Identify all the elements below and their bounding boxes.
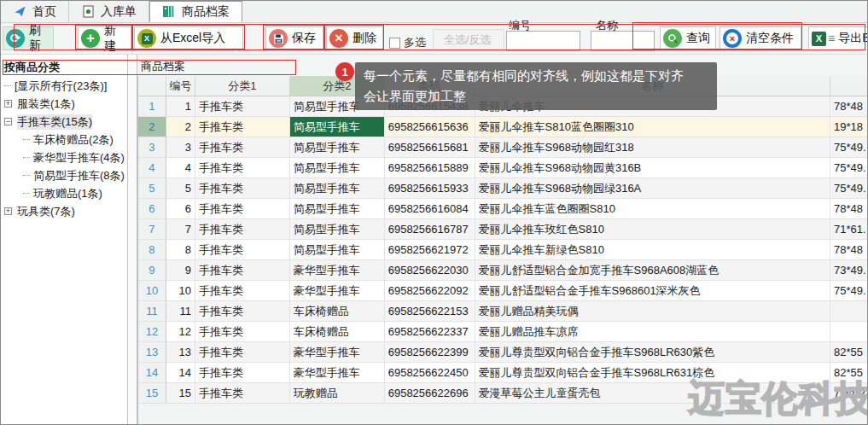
table-cell[interactable]: 爱丽儿伞推车S968动物园红318: [475, 137, 830, 158]
row-number-cell[interactable]: 8: [138, 240, 166, 260]
table-cell[interactable]: 19*18: [830, 117, 868, 137]
tree-item[interactable]: 玩教赠品(1条): [1, 184, 127, 202]
table-cell[interactable]: 手推车类: [195, 137, 290, 158]
table-cell[interactable]: 6958256622399: [385, 342, 475, 363]
tree-item-label[interactable]: 车床椅赠品(2条): [33, 132, 114, 148]
table-cell[interactable]: 13: [166, 342, 195, 363]
tree-item[interactable]: 豪华型手推车(4条): [1, 148, 127, 166]
table-cell[interactable]: 手推车类: [195, 322, 290, 342]
expand-icon[interactable]: +: [4, 100, 12, 108]
table-cell[interactable]: 6958256615889: [385, 158, 475, 178]
row-number-cell[interactable]: 9: [138, 260, 166, 281]
table-cell[interactable]: 7: [166, 219, 195, 240]
table-cell[interactable]: 爱丽儿舒适型铝合金加宽手推车S968A608湖蓝色: [475, 260, 830, 281]
table-cell[interactable]: 75*49.: [830, 158, 868, 178]
table-cell[interactable]: 78*48: [830, 240, 868, 260]
refresh-button[interactable]: ⟳ 刷新: [3, 26, 54, 50]
column-header[interactable]: [830, 76, 868, 96]
table-cell[interactable]: 爱漫草莓公主儿童蛋壳包: [475, 383, 830, 404]
table-cell[interactable]: 豪华型手推车: [290, 342, 385, 363]
table-cell[interactable]: 豪华型手推车: [290, 363, 385, 383]
table-cell[interactable]: 12: [166, 322, 195, 342]
table-cell[interactable]: 6958256622337: [385, 322, 475, 342]
row-number-cell[interactable]: 10: [138, 281, 166, 301]
row-number-cell[interactable]: 3: [138, 137, 166, 158]
table-cell[interactable]: 爱丽儿赠品精美玩偶: [475, 301, 830, 322]
table-cell[interactable]: 豪华型手推车: [290, 281, 385, 301]
table-cell[interactable]: 车床椅赠品: [290, 301, 385, 322]
table-cell[interactable]: 手推车类: [195, 117, 290, 137]
table-cell[interactable]: 6958256615636: [385, 117, 475, 137]
table-cell[interactable]: 82*55: [830, 363, 868, 383]
row-number-cell[interactable]: 2: [138, 117, 166, 137]
multi-select-checkbox[interactable]: 多选: [389, 35, 426, 50]
delete-button[interactable]: × 删除: [326, 26, 383, 50]
table-cell[interactable]: 1: [166, 96, 195, 117]
table-row[interactable]: 22手推车类简易型手推车6958256615636爱丽儿伞推车S810蓝色圈圈3…: [138, 117, 868, 137]
table-cell[interactable]: 爱丽儿伞推车S968动物园绿316A: [475, 178, 830, 199]
table-cell[interactable]: 15: [166, 383, 195, 404]
clear-filter-button[interactable]: × 清空条件: [719, 26, 801, 50]
table-cell[interactable]: 11: [166, 301, 195, 322]
name-input[interactable]: [591, 31, 655, 51]
table-row[interactable]: 1515手推车类玩教赠品6958256622696爱漫草莓公主儿童蛋壳包7cm*…: [138, 383, 868, 404]
table-cell[interactable]: 爱丽儿伞推车S968动物园黄316B: [475, 158, 830, 178]
table-cell[interactable]: 手推车类: [195, 219, 290, 240]
table-row[interactable]: 88手推车类简易型手推车6958256621972爱丽儿伞推车新绿色S81078…: [138, 240, 868, 260]
row-number-cell[interactable]: 13: [138, 342, 166, 363]
row-number-cell[interactable]: 1: [138, 96, 166, 117]
tree-item-label[interactable]: 豪华型手推车(4条): [33, 150, 125, 166]
table-cell[interactable]: 车床椅赠品: [290, 322, 385, 342]
table-cell[interactable]: 6958256622030: [385, 260, 475, 281]
query-button[interactable]: 查询: [660, 26, 716, 50]
table-cell[interactable]: 6958256622696: [385, 383, 475, 404]
table-cell[interactable]: 手推车类: [195, 363, 290, 383]
table-cell[interactable]: 手推车类: [195, 260, 290, 281]
table-cell[interactable]: 爱丽儿伞推车蓝色圈圈S810: [475, 199, 830, 219]
import-excel-button[interactable]: X 从Excel导入: [134, 26, 243, 50]
table-cell[interactable]: 75*49.: [830, 178, 868, 199]
table-cell[interactable]: 手推车类: [195, 96, 290, 117]
table-row[interactable]: 1313手推车类豪华型手推车6958256622399爱丽儿尊贵型双向铝合金手推…: [138, 342, 868, 363]
tree-item-label[interactable]: 手推车类(15条): [17, 114, 92, 130]
table-cell[interactable]: 82*55: [830, 342, 868, 363]
table-cell[interactable]: 爱丽儿伞推车新绿色S810: [475, 240, 830, 260]
expand-icon[interactable]: +: [4, 207, 12, 215]
table-cell[interactable]: 6958256622450: [385, 363, 475, 383]
table-cell[interactable]: 14: [166, 363, 195, 383]
column-header[interactable]: 分类1: [195, 76, 290, 96]
table-cell[interactable]: 6958256616787: [385, 219, 475, 240]
table-cell[interactable]: 2: [166, 117, 195, 137]
table-row[interactable]: 1010手推车类豪华型手推车6958256622092爱丽儿舒适型铝合金手推车S…: [138, 281, 868, 301]
table-cell[interactable]: 爱丽儿舒适型铝合金手推车S968601深米灰色: [475, 281, 830, 301]
table-cell[interactable]: 手推车类: [195, 342, 290, 363]
table-cell[interactable]: 6958256615681: [385, 137, 475, 158]
collapse-icon[interactable]: −: [4, 118, 12, 125]
new-button[interactable]: + 新建: [78, 26, 131, 50]
tree-item[interactable]: [显示所有行(23条)]: [1, 77, 127, 95]
table-cell[interactable]: 5: [166, 178, 195, 199]
tree-item-label[interactable]: 玩具类(7条): [17, 204, 75, 219]
table-cell[interactable]: 玩教赠品: [290, 383, 385, 404]
select-all-invert-button[interactable]: 全选/反选: [433, 29, 504, 50]
table-row[interactable]: 99手推车类豪华型手推车6958256622030爱丽儿舒适型铝合金加宽手推车S…: [138, 260, 868, 281]
row-number-cell[interactable]: 12: [138, 322, 166, 342]
table-cell[interactable]: 爱丽儿伞推车玫红色S810: [475, 219, 830, 240]
table-cell[interactable]: [830, 301, 868, 322]
table-cell[interactable]: 73*49.: [830, 260, 868, 281]
table-cell[interactable]: 简易型手推车: [290, 219, 385, 240]
table-row[interactable]: 77手推车类简易型手推车6958256616787爱丽儿伞推车玫红色S81071…: [138, 219, 868, 240]
table-cell[interactable]: 爱丽儿伞推车S810蓝色圈圈310: [475, 117, 830, 137]
column-header[interactable]: [138, 76, 166, 96]
table-cell[interactable]: 简易型手推车: [290, 117, 385, 137]
table-cell[interactable]: 爱丽儿尊贵型双向铝合金手推车S968LR630紫色: [475, 342, 830, 363]
tree-item[interactable]: +玩具类(7条): [1, 202, 127, 220]
row-number-cell[interactable]: 15: [138, 383, 166, 404]
tree-item-label[interactable]: 简易型手推车(8条): [33, 168, 125, 183]
table-cell[interactable]: 手推车类: [195, 240, 290, 260]
row-number-cell[interactable]: 14: [138, 363, 166, 383]
table-cell[interactable]: 简易型手推车: [290, 199, 385, 219]
table-cell[interactable]: 手推车类: [195, 281, 290, 301]
table-cell[interactable]: 简易型手推车: [290, 240, 385, 260]
panel-splitter[interactable]: [127, 55, 137, 424]
